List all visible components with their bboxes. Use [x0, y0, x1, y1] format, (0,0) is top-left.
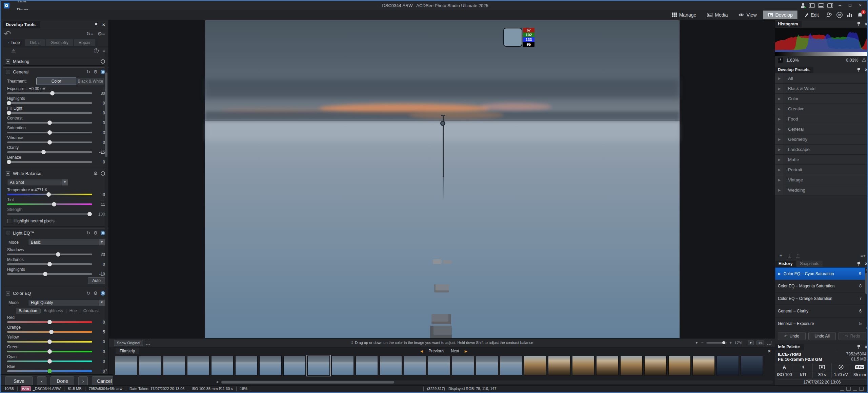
tab-repair[interactable]: Repair [74, 39, 95, 46]
previous-image-button[interactable]: ‹ [37, 376, 46, 386]
scroll-up-icon[interactable]: ▲ [865, 268, 868, 271]
mode-media-button[interactable]: Media [702, 10, 732, 19]
mode-view-button[interactable]: View [734, 10, 761, 19]
preset-food[interactable]: ▶Food [775, 114, 868, 124]
preset-landscape[interactable]: ▶Landscape [775, 145, 868, 155]
preset-creative[interactable]: ▶Creative [775, 104, 868, 114]
history-item[interactable]: ▶Color EQ – Cyan Saturation9 [775, 267, 868, 280]
user-avatar-icon[interactable] [800, 3, 806, 8]
maximize-button[interactable]: □ [847, 2, 853, 8]
light-eq-mode-dropdown[interactable]: Basic ▼ [28, 239, 105, 246]
reset-section-icon[interactable]: ↻ [86, 69, 90, 74]
slider-track[interactable] [7, 370, 92, 372]
thumbnail-8[interactable] [283, 356, 306, 375]
chevron-down-icon[interactable]: ▼ [99, 239, 105, 245]
thumbnail-23[interactable] [644, 356, 667, 375]
slider-thumb[interactable] [43, 272, 47, 276]
thumbnail-14[interactable] [428, 356, 450, 375]
actual-size-button[interactable]: 1:1 [756, 341, 764, 345]
thumbnail-16[interactable] [476, 356, 498, 375]
expander-icon[interactable]: ▶ [775, 114, 784, 124]
reset-section-icon[interactable]: ↻ [86, 231, 90, 235]
chevron-down-icon[interactable]: ▼ [62, 179, 68, 185]
history-item[interactable]: Color EQ – Orange Saturation7 [775, 292, 868, 305]
preset-geometry[interactable]: ▶Geometry [775, 134, 868, 145]
thumbnail-25[interactable] [692, 356, 715, 375]
slider-thumb[interactable] [52, 202, 56, 206]
tab-detail[interactable]: Detail [25, 39, 45, 46]
undo-all-button[interactable]: Undo All [808, 332, 836, 340]
preset-vintage[interactable]: ▶Vintage [775, 175, 868, 185]
slider-thumb[interactable] [7, 101, 11, 105]
history-item[interactable]: General – Exposure5 [775, 318, 868, 330]
color-eq-mode-dropdown[interactable]: High Quality ▼ [28, 299, 105, 306]
panel-scrollbar[interactable]: ▼ [105, 53, 108, 371]
zoom-slider-thumb[interactable] [722, 341, 725, 344]
zoom-in-icon[interactable]: + [729, 340, 732, 345]
scrollbar-thumb[interactable] [105, 72, 107, 157]
undo-arrow-icon[interactable]: ↶ [4, 30, 11, 37]
status-icon[interactable] [853, 387, 857, 391]
preset-general[interactable]: ▶General [775, 124, 868, 134]
minimize-button[interactable]: – [836, 2, 843, 8]
collapse-icon[interactable]: − [6, 291, 10, 296]
slider-track[interactable] [7, 351, 92, 352]
scroll-down-icon[interactable]: ▼ [865, 327, 868, 330]
slider-thumb[interactable] [47, 349, 52, 354]
pin-icon[interactable] [857, 262, 860, 266]
next-image-button[interactable]: › [78, 376, 88, 386]
save-button[interactable]: Save [5, 376, 33, 386]
close-panel-icon[interactable]: × [101, 22, 106, 27]
dashboard-chart-icon[interactable] [845, 11, 854, 19]
history-item[interactable]: Color EQ – Magenta Saturation8 [775, 280, 868, 292]
slider-thumb[interactable] [47, 130, 52, 135]
people-mode-icon[interactable] [825, 11, 834, 19]
highlight-clip-icon[interactable]: ⚠ [862, 57, 866, 63]
chevron-down-icon[interactable]: ▼ [99, 300, 105, 306]
slider-track[interactable] [7, 213, 92, 215]
thumbnail-10[interactable] [331, 356, 354, 375]
thumbnail-13[interactable] [404, 356, 426, 375]
status-icon[interactable] [859, 387, 864, 391]
notifications-bell-icon[interactable]: 1 [855, 11, 864, 19]
slider-track[interactable] [7, 341, 92, 343]
expander-icon[interactable]: ▶ [775, 165, 784, 175]
close-panel-icon[interactable]: × [864, 21, 868, 27]
expander-icon[interactable]: ▶ [775, 104, 784, 114]
thumbnail-11[interactable] [356, 356, 378, 375]
close-panel-icon[interactable]: × [864, 344, 868, 350]
slider-track[interactable] [7, 263, 92, 265]
pin-icon[interactable] [857, 345, 860, 349]
thumbnail-4[interactable] [187, 356, 209, 375]
pin-icon[interactable] [95, 23, 98, 27]
white-balance-preset-dropdown[interactable]: As Shot ▼ [7, 179, 68, 186]
slider-thumb[interactable] [47, 320, 52, 324]
slider-thumb[interactable] [47, 262, 52, 266]
slider-track[interactable] [7, 161, 92, 163]
slider-thumb[interactable] [46, 192, 51, 197]
thumbnail-18[interactable] [524, 356, 546, 375]
status-icon[interactable] [840, 387, 844, 391]
image-canvas[interactable]: 67 102 133 95 [205, 20, 680, 338]
preset-matte[interactable]: ▶Matte [775, 155, 868, 165]
slider-track[interactable] [7, 151, 92, 153]
tab-hue[interactable]: Hue [67, 308, 80, 314]
reset-settings-icon[interactable]: ↻≡ [86, 31, 93, 37]
thumbnail-19[interactable] [548, 356, 570, 375]
mode-develop-button[interactable]: Develop [763, 10, 798, 19]
slider-track[interactable] [7, 194, 92, 195]
close-panel-icon[interactable]: × [864, 261, 868, 266]
preset-all[interactable]: ▶All [775, 73, 868, 84]
thumbnail-27[interactable] [741, 356, 763, 375]
section-gear-icon[interactable]: ⚙ [93, 231, 98, 235]
tab-contrast[interactable]: Contrast [81, 308, 101, 314]
tab-brightness[interactable]: Brightness [41, 308, 66, 314]
slider-thumb[interactable] [47, 340, 52, 344]
thumbnail-9[interactable] [307, 356, 330, 375]
filmstrip-scrollbar[interactable]: ◀ [221, 380, 773, 384]
thumbnail-24[interactable] [668, 356, 691, 375]
scroll-left-icon[interactable]: ◀ [216, 380, 218, 384]
thumbnail-26[interactable] [716, 356, 739, 375]
auto-button[interactable]: Auto [88, 277, 105, 284]
expander-icon[interactable]: ▶ [775, 73, 784, 83]
